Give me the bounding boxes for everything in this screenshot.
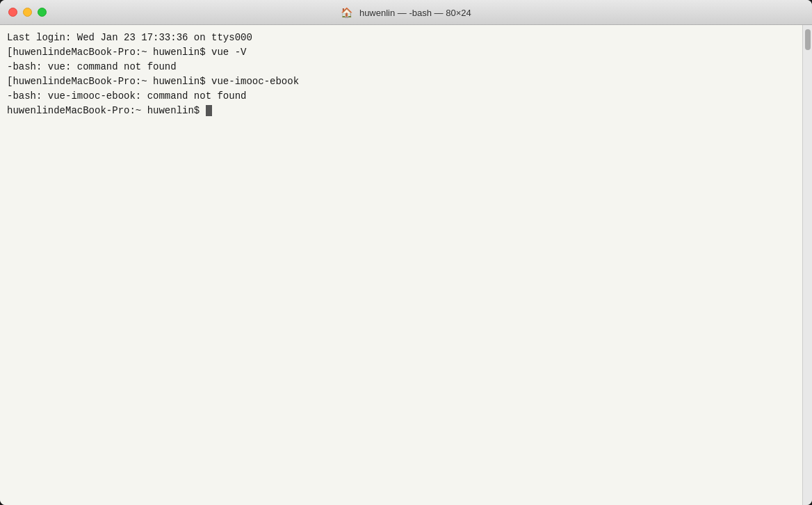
window-title: 🏠 huwenlin — -bash — 80×24 [341, 7, 471, 18]
terminal-line-2: [huwenlindeMacBook-Pro:~ huwenlin$ vue -… [7, 45, 795, 60]
terminal-body[interactable]: Last login: Wed Jan 23 17:33:36 on ttys0… [0, 25, 802, 505]
house-icon: 🏠 [341, 7, 352, 18]
terminal-window: 🏠 huwenlin — -bash — 80×24 Last login: W… [0, 0, 812, 505]
terminal-line-4: [huwenlindeMacBook-Pro:~ huwenlin$ vue-i… [7, 74, 795, 89]
terminal-body-wrapper: Last login: Wed Jan 23 17:33:36 on ttys0… [0, 25, 812, 505]
title-bar: 🏠 huwenlin — -bash — 80×24 [0, 0, 812, 25]
terminal-prompt-line: huwenlindeMacBook-Pro:~ huwenlin$ [7, 104, 795, 118]
close-button[interactable] [8, 8, 17, 17]
scrollbar-thumb[interactable] [805, 29, 811, 50]
terminal-line-5: -bash: vue-imooc-ebook: command not foun… [7, 89, 795, 104]
minimize-button[interactable] [23, 8, 32, 17]
terminal-line-3: -bash: vue: command not found [7, 60, 795, 74]
maximize-button[interactable] [38, 8, 47, 17]
scrollbar[interactable] [802, 25, 812, 505]
cursor [206, 105, 212, 116]
traffic-lights [8, 8, 47, 17]
terminal-line-1: Last login: Wed Jan 23 17:33:36 on ttys0… [7, 31, 795, 45]
